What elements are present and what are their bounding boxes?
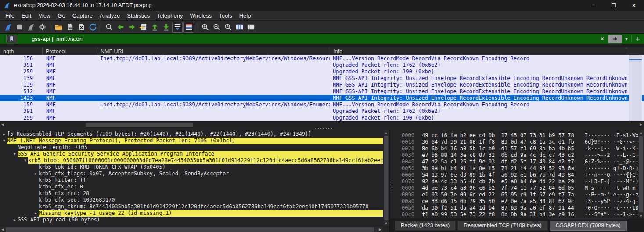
scroll-down-icon[interactable]: ▼ (638, 213, 644, 218)
hex-row[interactable]: 00a0ce 33 d6 15 0b 79 35 50 e7 0e 7a a5 … (390, 198, 644, 205)
zoom-reset-icon[interactable] (223, 22, 233, 33)
packet-row[interactable]: 391NMFUpgraded Packet rlen: 1762 (0x6e2) (0, 62, 644, 69)
packet-list-horizontal-scrollbar[interactable]: ◀ ▶ (0, 121, 644, 127)
detail-line[interactable]: krb5_sgn_cksum: 8e74434035bb5a301f01d914… (0, 203, 389, 210)
hex-bytes[interactable]: 47 d2 5a c1 25 ff 9e 03 df d2 5f 17 40 8… (422, 159, 574, 165)
hex-row[interactable]: 006054 13 97 6e d3 89 1b 4f a6 92 e1 b6 … (390, 172, 644, 178)
auto-scroll-icon[interactable] (172, 22, 183, 33)
hex-row[interactable]: 00208e 6b b4 16 a0 5b 1c b0 d1 57 f3 69 … (390, 145, 644, 152)
hex-bytes[interactable]: 92 da 4c 33 b5 46 cb 7b e5 a0 b4 8e 4d 2… (422, 178, 574, 185)
packet-row[interactable]: 139NMFNMF GSS-API Integrity: Unsized Env… (0, 82, 644, 88)
zoom-out-icon[interactable] (211, 22, 222, 33)
hex-bytes[interactable]: e7 b6 88 14 3e c8 87 32 0b cd 9a 4c dc c… (422, 152, 574, 159)
minimize-button[interactable]: – (583, 0, 604, 11)
bytes-tab-packet[interactable]: Packet (1423 bytes) (395, 221, 456, 231)
hex-bytes[interactable]: 36 64 7d 39 21 08 1f f8 83 0d 47 c8 1a 3… (422, 139, 574, 145)
hex-ascii[interactable]: ·3···y5P ··z·4·g· (585, 198, 639, 205)
hex-row[interactable]: 00c0f1 a0 99 53 5e 73 22 f8 0b 0b 9a 31 … (390, 211, 644, 218)
expander-closed-icon[interactable]: ▶ (33, 170, 39, 177)
hex-ascii[interactable]: ··P~·m·" e···g··z (585, 192, 639, 198)
hex-bytes[interactable]: da 30 f2 51 da a4 1d b4 87 63 9a a0 ef 8… (422, 205, 574, 211)
hex-ascii[interactable]: 6d}9!··· ··G··<·· (585, 139, 639, 145)
hex-ascii[interactable]: T··n···O ····{}C· (585, 172, 639, 178)
bookmark-icon[interactable] (6, 35, 17, 43)
fixed-columns-icon[interactable] (245, 22, 256, 33)
hex-row[interactable]: 0090e1 03 50 7e 09 6d ed 22 65 95 c9 1f … (390, 192, 644, 198)
scrollbar-thumb[interactable] (6, 227, 374, 232)
column-header-protocol[interactable]: Protocol (43, 47, 97, 55)
stop-capture-icon[interactable] (14, 22, 25, 33)
go-to-packet-icon[interactable] (138, 22, 148, 33)
menu-edit[interactable]: Edit (18, 11, 35, 20)
expander-closed-icon[interactable]: ▶ (1, 131, 7, 138)
detail-line[interactable]: krb5_cfx_rrc: 28 (0, 190, 389, 197)
menu-help[interactable]: Help (236, 11, 255, 20)
detail-horizontal-scrollbar[interactable]: ◀ ▶ (0, 226, 383, 232)
close-file-icon[interactable] (76, 22, 86, 33)
hex-row[interactable]: 0030e7 b6 88 14 3e c8 87 32 0b cd 9a 4c … (390, 152, 644, 159)
menu-capture[interactable]: Capture (69, 11, 96, 20)
detail-line[interactable]: ▼GSS-API Generic Security Service Applic… (0, 151, 389, 157)
hex-ascii[interactable]: ··L3·F·{ ····M"·) (585, 178, 639, 185)
hex-row[interactable]: 007092 da 4c 33 b5 46 cb 7b e5 a0 b4 8e … (390, 178, 644, 185)
scroll-right-icon[interactable]: ▶ (638, 122, 644, 127)
menu-tools[interactable]: Tools (215, 11, 235, 20)
hex-ascii[interactable]: ·0·Q···· ·c····1D (585, 205, 639, 211)
detail-line[interactable]: ▶[5 Reassembled TCP Segments (7109 bytes… (0, 131, 389, 138)
save-file-icon[interactable] (65, 22, 75, 33)
expander-open-icon[interactable]: ▼ (12, 151, 18, 157)
start-capture-icon[interactable] (3, 22, 13, 33)
resize-columns-icon[interactable] (234, 22, 245, 33)
hex-row[interactable]: 00804d ae 73 c4 a3 90 c6 b2 7f 74 11 77 … (390, 185, 644, 192)
hex-ascii[interactable]: ···S^s"· ···1·>·· (585, 211, 639, 218)
hex-ascii[interactable]: I······· ·E·s1·Wx (585, 132, 639, 139)
packet-row[interactable]: 512NMFNMF GSS-API Integrity: Unsized Env… (0, 88, 644, 95)
packet-row[interactable]: 391NMFUpgraded Packet rlen: 1762 (0x6e2) (0, 108, 644, 115)
expander-open-icon[interactable]: ▼ (22, 157, 28, 164)
reload-file-icon[interactable] (87, 22, 98, 33)
packet-row[interactable]: 156NMFInet.tcp://dc01.lab.local:9389/Act… (0, 55, 644, 62)
scroll-right-icon[interactable]: ▶ (378, 226, 383, 232)
detail-vertical-scrollbar[interactable]: ▲ ▼ (383, 130, 389, 226)
go-back-icon[interactable] (115, 22, 126, 33)
detail-line[interactable]: ▼NMF (.NET Message Framing Protocol), Pr… (0, 138, 389, 144)
detail-line[interactable]: krb5_tok_id: KRB_TOKEN_CFX_WRAP (0x0405) (0, 164, 389, 170)
scroll-left-icon[interactable]: ◀ (0, 122, 5, 127)
hex-ascii[interactable]: ;······· q!·D·R·j (585, 165, 639, 172)
hex-ascii[interactable]: ····>··2 ···L··C· (585, 152, 639, 159)
maximize-button[interactable]: ☐ (604, 0, 624, 11)
expander-closed-icon[interactable]: ▶ (33, 210, 39, 217)
detail-line[interactable]: ▶krb5_cfx_flags: 0x07, AcceptorSubkey, S… (0, 170, 389, 177)
zoom-in-icon[interactable] (200, 22, 210, 33)
scroll-up-icon[interactable]: ▲ (638, 130, 644, 135)
bytes-tab-gssapi[interactable]: GSSAPI CFX (7089 bytes) (550, 221, 627, 231)
menu-go[interactable]: Go (54, 11, 68, 20)
filter-input[interactable]: gss-api || nmf.via.uri (32, 36, 598, 42)
bytes-vertical-scrollbar[interactable]: ▲ ▼ (638, 130, 644, 218)
expander-closed-icon[interactable]: ▶ (12, 217, 18, 223)
scroll-down-icon[interactable]: ▼ (383, 221, 389, 226)
column-header-ngth[interactable]: ngth (0, 47, 43, 55)
go-first-packet-icon[interactable] (149, 22, 160, 33)
detail-line[interactable]: krb5_cfx_ec: 0 (0, 184, 389, 190)
packet-row[interactable]: 1423NMFNMF GSS-API Integrity: Unsized En… (0, 95, 644, 102)
packet-row[interactable]: 259NMFUpgraded Packet rlen: 190 (0xbe) (0, 69, 644, 75)
hex-bytes[interactable]: f1 a0 99 53 5e 73 22 f8 0b 0b 9a 31 b4 3… (422, 211, 574, 218)
go-last-packet-icon[interactable] (161, 22, 171, 33)
expander-open-icon[interactable]: ▼ (1, 138, 7, 144)
menu-wireless[interactable]: Wireless (187, 11, 216, 20)
scrollbar-thumb[interactable] (86, 123, 193, 127)
hex-row[interactable]: 000049 cc f6 fa b2 ee c4 0b 17 45 07 73 … (390, 132, 644, 139)
detail-line[interactable]: krb5_filler: ff (0, 177, 389, 184)
filter-dropdown-icon[interactable]: ▼ (623, 35, 630, 43)
bytes-tab-reassembled[interactable]: Reassembled TCP (7109 bytes) (457, 221, 547, 231)
menu-telephony[interactable]: Telephony (153, 11, 186, 20)
menu-analyze[interactable]: Analyze (96, 11, 123, 20)
scrollbar-thumb[interactable] (384, 136, 388, 220)
column-header-nmf-uri[interactable]: NMF URI (97, 47, 330, 55)
scrollbar-thumb[interactable] (639, 136, 643, 212)
find-packet-icon[interactable] (104, 22, 114, 33)
menu-view[interactable]: View (35, 11, 54, 20)
scroll-up-icon[interactable]: ▲ (383, 130, 389, 135)
capture-options-icon[interactable] (37, 22, 47, 33)
